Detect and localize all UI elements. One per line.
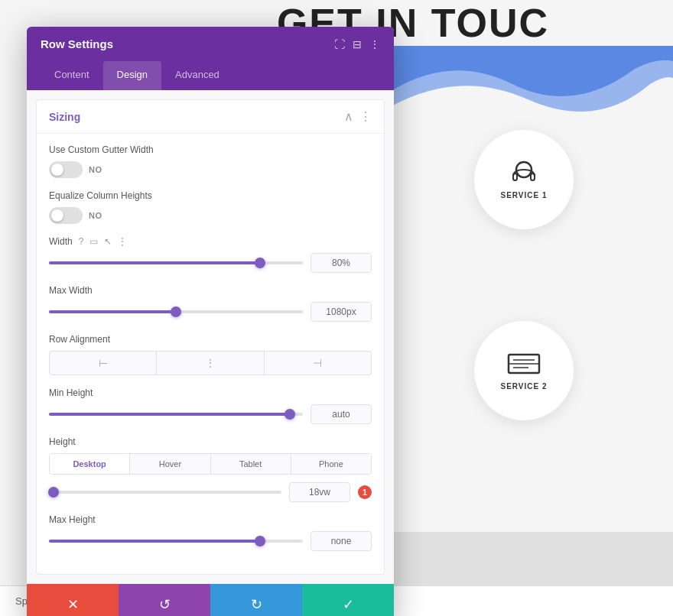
section-header: Sizing ∧ ⋮ — [37, 100, 384, 134]
custom-gutter-toggle-label: NO — [89, 165, 102, 174]
service-card-2: SERVICE 2 — [474, 321, 574, 420]
section-body: Use Custom Gutter Width NO Equalize Colu… — [37, 134, 384, 574]
row-alignment-label: Row Alignment — [49, 334, 372, 345]
custom-gutter-toggle[interactable] — [49, 161, 83, 178]
height-subtab-phone[interactable]: Phone — [291, 454, 371, 474]
max-height-label: Max Height — [49, 514, 372, 525]
max-height-slider-wrap — [49, 531, 372, 551]
tab-design[interactable]: Design — [103, 61, 161, 90]
panel-footer: ✕ ↺ ↻ ✓ — [27, 584, 394, 616]
width-label-row: Width ? ▭ ↖ ⋮ — [49, 236, 372, 247]
height-subtab-hover[interactable]: Hover — [130, 454, 210, 474]
min-height-slider-fill — [49, 413, 290, 416]
width-setting: Width ? ▭ ↖ ⋮ — [49, 236, 372, 273]
min-height-slider-wrap — [49, 404, 372, 424]
custom-gutter-setting: Use Custom Gutter Width NO — [49, 144, 372, 178]
section-header-icons: ∧ ⋮ — [344, 109, 372, 124]
height-subtabs: Desktop Hover Tablet Phone — [49, 453, 372, 475]
height-subtab-desktop[interactable]: Desktop — [50, 454, 130, 474]
equalize-columns-toggle-wrap: NO — [49, 207, 372, 224]
equalize-columns-toggle-knob — [51, 209, 63, 222]
custom-gutter-label: Use Custom Gutter Width — [49, 144, 372, 155]
tab-advanced[interactable]: Advanced — [161, 61, 233, 90]
width-input[interactable] — [310, 253, 372, 273]
width-cursor-icon[interactable]: ↖ — [104, 236, 112, 247]
headphone-icon — [509, 160, 539, 185]
height-subtab-tablet[interactable]: Tablet — [211, 454, 291, 474]
width-device-icon[interactable]: ▭ — [89, 236, 98, 247]
service-card-1: SERVICE 1 — [474, 130, 574, 229]
max-width-label: Max Width — [49, 285, 372, 296]
width-slider-fill — [49, 261, 260, 264]
monitor-icon — [507, 352, 541, 376]
split-icon[interactable]: ⊟ — [353, 38, 362, 50]
max-width-setting: Max Width — [49, 285, 372, 322]
height-badge: 1 — [358, 485, 372, 499]
equalize-columns-label: Equalize Column Heights — [49, 190, 372, 201]
max-width-slider-wrap — [49, 302, 372, 322]
undo-button[interactable]: ↺ — [119, 584, 210, 616]
tab-content[interactable]: Content — [41, 61, 103, 90]
min-height-input[interactable] — [310, 404, 372, 424]
height-slider-track[interactable] — [49, 491, 281, 494]
menu-dots-icon[interactable]: ⋮ — [369, 38, 380, 50]
height-slider-wrap: 1 — [49, 482, 372, 502]
equalize-columns-setting: Equalize Column Heights NO — [49, 190, 372, 224]
max-height-slider-fill — [49, 540, 260, 543]
width-label: Width — [49, 236, 73, 247]
max-width-slider-track[interactable] — [49, 310, 303, 313]
fullscreen-icon[interactable]: ⛶ — [334, 38, 345, 50]
max-height-input[interactable] — [310, 531, 372, 551]
max-height-slider-track[interactable] — [49, 540, 303, 543]
height-slider-thumb[interactable] — [48, 487, 59, 498]
service-1-label: SERVICE 1 — [500, 191, 547, 199]
cancel-button[interactable]: ✕ — [27, 584, 119, 616]
row-alignment-setting: Row Alignment ⊢ ⋮ ⊣ — [49, 334, 372, 375]
width-slider-wrap — [49, 253, 372, 273]
height-input[interactable] — [289, 482, 350, 502]
sizing-section: Sizing ∧ ⋮ Use Custom Gutter Width NO — [36, 99, 385, 575]
width-slider-thumb[interactable] — [255, 258, 265, 268]
equalize-columns-toggle-label: NO — [89, 211, 102, 220]
save-button[interactable]: ✓ — [302, 584, 394, 616]
max-height-setting: Max Height — [49, 514, 372, 551]
max-width-slider-thumb[interactable] — [171, 306, 181, 317]
gray-bottom-section — [390, 532, 673, 585]
custom-gutter-toggle-wrap: NO — [49, 161, 372, 178]
max-height-slider-thumb[interactable] — [255, 536, 265, 546]
min-height-slider-thumb[interactable] — [284, 409, 295, 420]
height-label: Height — [49, 436, 372, 447]
section-title: Sizing — [49, 111, 80, 123]
align-left-btn[interactable]: ⊢ — [49, 351, 157, 375]
min-height-setting: Min Height — [49, 387, 372, 424]
panel-tabs: Content Design Advanced — [27, 61, 394, 90]
equalize-columns-toggle[interactable] — [49, 207, 83, 224]
section-menu-icon[interactable]: ⋮ — [359, 109, 372, 124]
width-more-icon[interactable]: ⋮ — [118, 236, 127, 247]
min-height-label: Min Height — [49, 387, 372, 398]
width-slider-track[interactable] — [49, 261, 303, 264]
alignment-buttons: ⊢ ⋮ ⊣ — [49, 351, 372, 375]
align-center-btn[interactable]: ⋮ — [157, 351, 264, 375]
service-2-label: SERVICE 2 — [500, 382, 547, 391]
row-settings-panel: Row Settings ⛶ ⊟ ⋮ Content Design Advanc… — [27, 27, 394, 616]
panel-header-icons: ⛶ ⊟ ⋮ — [334, 38, 380, 50]
section-collapse-icon[interactable]: ∧ — [344, 109, 353, 124]
width-help-icon[interactable]: ? — [79, 236, 84, 247]
redo-button[interactable]: ↻ — [210, 584, 302, 616]
custom-gutter-toggle-knob — [51, 164, 63, 176]
panel-body: Sizing ∧ ⋮ Use Custom Gutter Width NO — [27, 90, 394, 584]
min-height-slider-track[interactable] — [49, 413, 303, 416]
panel-title: Row Settings — [41, 37, 113, 50]
max-width-slider-fill — [49, 310, 176, 313]
align-right-btn[interactable]: ⊣ — [265, 351, 372, 375]
height-setting: Height Desktop Hover Tablet Phone 1 — [49, 436, 372, 502]
max-width-input[interactable] — [310, 302, 372, 322]
panel-header: Row Settings ⛶ ⊟ ⋮ — [27, 27, 394, 61]
